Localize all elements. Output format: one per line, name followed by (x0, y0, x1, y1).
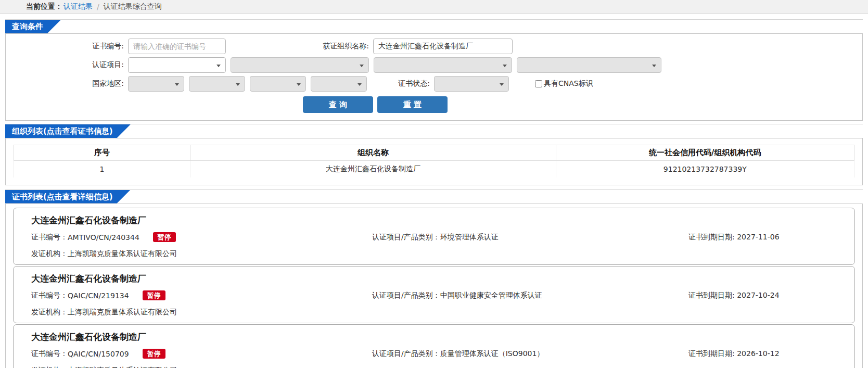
org-table-header-code: 统一社会信用代码/组织机构代码 (556, 145, 854, 161)
project-select-3 (374, 57, 512, 73)
org-name-input[interactable] (373, 39, 513, 54)
cert-card-org-name: 大连金州汇鑫石化设备制造厂 (31, 331, 837, 343)
cert-issuer-label: 发证机构： (31, 249, 68, 258)
form-row-certificate-number: 证书编号: 获证组织名称: (6, 39, 862, 54)
cert-issuer-value: 上海凯瑞克质量体系认证有限公司 (68, 249, 177, 258)
cert-no-label: 证书编号: (6, 42, 128, 51)
breadcrumb-label: 当前位置： (26, 2, 62, 11)
dropdown-arrow-icon (297, 83, 301, 86)
breadcrumb: 当前位置： 认证结果 / 认证结果综合查询 (0, 0, 868, 14)
status-badge: 暂停 (143, 290, 165, 300)
org-table-header-name: 组织名称 (190, 145, 556, 161)
search-button[interactable]: 查 询 (303, 96, 373, 113)
cert-no-value: QAIC/CN/219134 (68, 291, 129, 300)
cert-issuer-value: 上海凯瑞克质量体系认证有限公司 (68, 308, 177, 316)
cert-list-section-title: 证书列表(点击查看详细信息) (5, 190, 131, 204)
cert-status-select (434, 76, 509, 92)
cert-no-input[interactable] (128, 39, 226, 54)
cert-expire-value: 2027-10-24 (737, 291, 779, 299)
query-section: 查询条件 证书编号: 获证组织名称: 认证项目: 国家地区: (5, 19, 863, 121)
cnas-checkbox[interactable] (535, 80, 542, 87)
dropdown-arrow-icon (216, 65, 221, 67)
breadcrumb-link-cert-results[interactable]: 认证结果 (63, 2, 93, 11)
org-table-header-seq: 序号 (14, 145, 190, 161)
cert-expire-value: 2026-10-12 (737, 349, 779, 358)
cert-card[interactable]: 大连金州汇鑫石化设备制造厂 证书编号：AMTIVO/CN/240344 暂停 认… (13, 208, 855, 265)
project-select-2 (231, 57, 369, 73)
status-badge: 暂停 (143, 349, 165, 359)
cert-project-label: 认证项目/产品类别： (372, 291, 440, 299)
breadcrumb-separator: / (97, 3, 99, 11)
cert-project-label: 认证项目/产品类别： (372, 349, 440, 358)
cnas-checkbox-group: 具有CNAS标识 (535, 79, 593, 88)
form-row-certification-project: 认证项目: (6, 57, 862, 73)
cert-project-label: 认证项目/产品类别： (372, 233, 440, 241)
cert-no-label: 证书编号： (31, 291, 68, 300)
cert-status-label: 证书状态: (367, 79, 434, 88)
org-table: 序号 组织名称 统一社会信用代码/组织机构代码 1 大连金州汇鑫石化设备制造厂 … (14, 145, 854, 177)
dropdown-arrow-icon (652, 65, 656, 67)
cert-card-org-name: 大连金州汇鑫石化设备制造厂 (31, 273, 837, 285)
region-select-4 (311, 76, 367, 92)
region-label: 国家地区: (6, 79, 128, 88)
cert-card-org-name: 大连金州汇鑫石化设备制造厂 (31, 214, 837, 226)
query-section-title: 查询条件 (5, 20, 61, 33)
status-badge: 暂停 (153, 232, 176, 242)
reset-button[interactable]: 重 置 (377, 96, 448, 113)
cert-no-label: 证书编号： (31, 349, 68, 359)
cert-no-value: QAIC/CN/150709 (68, 350, 129, 358)
dropdown-arrow-icon (236, 83, 240, 86)
project-select-1[interactable] (128, 57, 226, 73)
org-row-seq[interactable]: 1 (14, 161, 190, 177)
cert-project-value: 质量管理体系认证（ISO9001） (440, 349, 544, 358)
region-select-3 (250, 76, 306, 92)
dropdown-arrow-icon (175, 83, 179, 86)
dropdown-arrow-icon (500, 83, 504, 86)
cert-card-list: 大连金州汇鑫石化设备制造厂 证书编号：AMTIVO/CN/240344 暂停 认… (6, 208, 862, 368)
cert-expire-label: 证书到期日期: (688, 291, 737, 299)
project-select-4 (517, 57, 661, 73)
cert-expire-label: 证书到期日期: (688, 349, 737, 358)
cert-card[interactable]: 大连金州汇鑫石化设备制造厂 证书编号：QAIC/CN/219134 暂停 认证项… (13, 266, 855, 323)
org-name-label: 获证组织名称: (226, 42, 373, 51)
region-select-1 (128, 76, 184, 92)
form-row-country-region: 国家地区: 证书状态: 具有CNAS标识 (6, 76, 862, 92)
breadcrumb-current-page: 认证结果综合查询 (104, 2, 162, 11)
dropdown-arrow-icon (358, 83, 362, 86)
cnas-label: 具有CNAS标识 (544, 79, 593, 88)
org-table-body: 1 大连金州汇鑫石化设备制造厂 91210213732787339Y (14, 161, 854, 177)
org-list-section: 组织列表(点击查看证书信息) 序号 组织名称 统一社会信用代码/组织机构代码 1… (5, 124, 863, 185)
cert-expire-label: 证书到期日期: (688, 233, 737, 241)
org-list-section-title: 组织列表(点击查看证书信息) (5, 124, 131, 138)
cert-card[interactable]: 大连金州汇鑫石化设备制造厂 证书编号：QAIC/CN/150709 暂停 认证项… (13, 324, 855, 368)
org-table-header-row: 序号 组织名称 统一社会信用代码/组织机构代码 (14, 145, 854, 161)
project-label: 认证项目: (6, 60, 128, 70)
cert-no-label: 证书编号： (31, 233, 68, 242)
cert-issuer-label: 发证机构： (31, 366, 68, 368)
cert-issuer-value: 上海凯瑞克质量体系认证有限公司 (68, 366, 177, 368)
form-buttons-row: 查 询 重 置 (6, 96, 862, 113)
cert-project-value: 环境管理体系认证 (440, 233, 499, 241)
org-row-name[interactable]: 大连金州汇鑫石化设备制造厂 (190, 161, 556, 177)
dropdown-arrow-icon (503, 65, 507, 67)
cert-issuer-label: 发证机构： (31, 308, 68, 316)
cert-list-section: 证书列表(点击查看详细信息) 大连金州汇鑫石化设备制造厂 证书编号：AMTIVO… (5, 189, 863, 368)
region-select-2 (189, 76, 245, 92)
cert-no-value: AMTIVO/CN/240344 (68, 233, 139, 242)
cert-project-value: 中国职业健康安全管理体系认证 (440, 291, 542, 299)
org-row-code[interactable]: 91210213732787339Y (556, 161, 854, 177)
dropdown-arrow-icon (360, 65, 364, 67)
cert-expire-value: 2027-11-06 (737, 233, 779, 241)
org-table-row[interactable]: 1 大连金州汇鑫石化设备制造厂 91210213732787339Y (14, 161, 854, 177)
